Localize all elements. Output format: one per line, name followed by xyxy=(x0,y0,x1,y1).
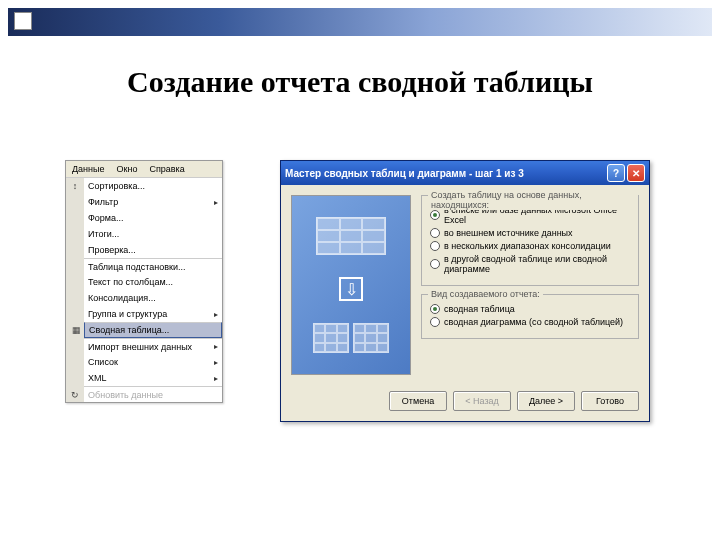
menu-item-label: Сводная таблица... xyxy=(89,325,169,335)
radio-label: в нескольких диапазонах консолидации xyxy=(444,241,611,251)
menu-item-icon: ↻ xyxy=(68,388,82,402)
menu-item-12[interactable]: XML▸ xyxy=(84,370,222,386)
submenu-arrow-icon: ▸ xyxy=(214,374,218,383)
radio-label: во внешнем источнике данных xyxy=(444,228,573,238)
menu-item-label: Обновить данные xyxy=(88,390,163,400)
menu-icon-gutter xyxy=(66,178,84,402)
submenu-arrow-icon: ▸ xyxy=(214,342,218,351)
radio-icon xyxy=(430,228,440,238)
data-source-legend: Создать таблицу на основе данных, находя… xyxy=(428,190,638,210)
slide-accent-square xyxy=(14,12,32,30)
radio-label: сводная диаграмма (со сводной таблицей) xyxy=(444,317,623,327)
menu-bar-window[interactable]: Окно xyxy=(111,161,144,177)
data-source-fieldset: Создать таблицу на основе данных, находя… xyxy=(421,195,639,286)
back-button[interactable]: < Назад xyxy=(453,391,511,411)
submenu-arrow-icon: ▸ xyxy=(214,198,218,207)
arrow-down-icon: ⇩ xyxy=(339,277,363,301)
submenu-arrow-icon: ▸ xyxy=(214,358,218,367)
menu-item-2[interactable]: Форма... xyxy=(84,210,222,226)
menu-item-0[interactable]: ↕Сортировка... xyxy=(84,178,222,194)
help-button[interactable]: ? xyxy=(607,164,625,182)
menu-bar-help[interactable]: Справка xyxy=(143,161,190,177)
menu-item-label: Сортировка... xyxy=(88,181,145,191)
menu-item-label: Таблица подстановки... xyxy=(88,262,185,272)
menu-bar: Данные Окно Справка xyxy=(66,161,222,178)
next-button[interactable]: Далее > xyxy=(517,391,575,411)
pivot-wizard-dialog: Мастер сводных таблиц и диаграмм - шаг 1… xyxy=(280,160,650,422)
menu-item-10[interactable]: Импорт внешних данных▸ xyxy=(84,338,222,354)
menu-item-icon: ↕ xyxy=(68,179,82,193)
menu-item-11[interactable]: Список▸ xyxy=(84,354,222,370)
menu-item-label: Консолидация... xyxy=(88,293,156,303)
menu-item-4[interactable]: Проверка... xyxy=(84,242,222,258)
table-graphic-bottom xyxy=(313,323,389,353)
wizard-titlebar[interactable]: Мастер сводных таблиц и диаграмм - шаг 1… xyxy=(281,161,649,185)
report-type-option-1[interactable]: сводная диаграмма (со сводной таблицей) xyxy=(430,317,630,327)
report-type-option-0[interactable]: сводная таблица xyxy=(430,304,630,314)
slide-title: Создание отчета сводной таблицы xyxy=(0,65,720,99)
data-source-option-3[interactable]: в другой сводной таблице или сводной диа… xyxy=(430,254,630,274)
menu-item-5[interactable]: Таблица подстановки... xyxy=(84,258,222,274)
excel-data-menu: Данные Окно Справка ↕Сортировка...Фильтр… xyxy=(65,160,223,403)
radio-label: в другой сводной таблице или сводной диа… xyxy=(444,254,630,274)
report-type-fieldset: Вид создаваемого отчета: сводная таблица… xyxy=(421,294,639,339)
menu-item-7[interactable]: Консолидация... xyxy=(84,290,222,306)
menu-item-label: XML xyxy=(88,373,107,383)
menu-item-13: ↻Обновить данные xyxy=(84,386,222,402)
radio-icon xyxy=(430,241,440,251)
data-source-option-1[interactable]: во внешнем источнике данных xyxy=(430,228,630,238)
menu-item-9[interactable]: ▦Сводная таблица... xyxy=(84,322,222,338)
finish-button[interactable]: Готово xyxy=(581,391,639,411)
menu-item-3[interactable]: Итоги... xyxy=(84,226,222,242)
menu-item-label: Проверка... xyxy=(88,245,136,255)
wizard-title: Мастер сводных таблиц и диаграмм - шаг 1… xyxy=(285,168,605,179)
table-graphic-top xyxy=(316,217,386,255)
data-source-option-2[interactable]: в нескольких диапазонах консолидации xyxy=(430,241,630,251)
menu-item-label: Импорт внешних данных xyxy=(88,342,192,352)
radio-icon xyxy=(430,317,440,327)
slide-top-bar xyxy=(8,8,712,36)
radio-icon xyxy=(430,210,440,220)
menu-item-label: Группа и структура xyxy=(88,309,167,319)
menu-items: ↕Сортировка...Фильтр▸Форма...Итоги...Про… xyxy=(84,178,222,402)
menu-item-6[interactable]: Текст по столбцам... xyxy=(84,274,222,290)
submenu-arrow-icon: ▸ xyxy=(214,310,218,319)
menu-item-label: Текст по столбцам... xyxy=(88,277,173,287)
menu-item-label: Итоги... xyxy=(88,229,119,239)
menu-bar-data[interactable]: Данные xyxy=(66,161,111,177)
menu-item-label: Фильтр xyxy=(88,197,118,207)
radio-label: сводная таблица xyxy=(444,304,515,314)
wizard-button-row: Отмена < Назад Далее > Готово xyxy=(281,385,649,421)
radio-icon xyxy=(430,304,440,314)
menu-item-1[interactable]: Фильтр▸ xyxy=(84,194,222,210)
close-button[interactable]: ✕ xyxy=(627,164,645,182)
menu-item-icon: ▦ xyxy=(69,323,83,337)
cancel-button[interactable]: Отмена xyxy=(389,391,447,411)
report-type-legend: Вид создаваемого отчета: xyxy=(428,289,543,299)
menu-item-8[interactable]: Группа и структура▸ xyxy=(84,306,222,322)
radio-icon xyxy=(430,259,440,269)
menu-item-label: Форма... xyxy=(88,213,124,223)
wizard-illustration: ⇩ xyxy=(291,195,411,375)
menu-item-label: Список xyxy=(88,357,118,367)
